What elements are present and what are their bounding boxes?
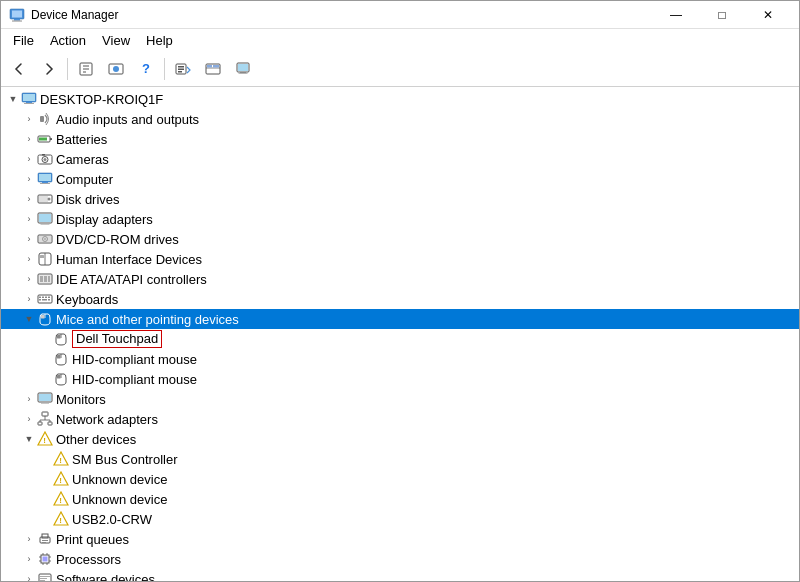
svg-text:!: !: [43, 436, 46, 445]
other-label: Other devices: [56, 432, 136, 447]
tree-item-usb2[interactable]: › ! USB2.0-CRW: [1, 509, 799, 529]
keyboards-label: Keyboards: [56, 292, 118, 307]
tree-item-display[interactable]: › Display adapters: [1, 209, 799, 229]
cameras-label: Cameras: [56, 152, 109, 167]
tree-item-processors[interactable]: › Processors: [1, 549, 799, 569]
svg-rect-23: [23, 94, 35, 101]
hid-mouse2-label: HID-compliant mouse: [72, 372, 197, 387]
title-bar-controls: — □ ✕: [653, 1, 791, 29]
monitors-icon: [37, 391, 53, 407]
svg-rect-64: [48, 299, 50, 301]
processors-label: Processors: [56, 552, 121, 567]
svg-rect-108: [39, 574, 51, 581]
tree-item-software[interactable]: › Software devices: [1, 569, 799, 581]
toolbar-scan[interactable]: [169, 55, 197, 83]
batteries-label: Batteries: [56, 132, 107, 147]
tree-item-keyboards[interactable]: › Keyboards: [1, 289, 799, 309]
tree-item-smbus[interactable]: › ! SM Bus Controller: [1, 449, 799, 469]
tree-item-diskdrives[interactable]: › Disk drives: [1, 189, 799, 209]
svg-rect-1: [12, 10, 22, 17]
tree-item-monitors[interactable]: › Monitors: [1, 389, 799, 409]
expand-icon-ide[interactable]: ›: [21, 271, 37, 287]
toolbar-help[interactable]: ?: [132, 55, 160, 83]
menu-file[interactable]: File: [5, 31, 42, 50]
toolbar-forward[interactable]: [35, 55, 63, 83]
expand-icon-batteries[interactable]: ›: [21, 131, 37, 147]
menu-action[interactable]: Action: [42, 31, 94, 50]
menu-help[interactable]: Help: [138, 31, 181, 50]
batteries-icon: [37, 131, 53, 147]
expand-icon-print[interactable]: ›: [21, 531, 37, 547]
svg-rect-59: [42, 297, 44, 299]
svg-rect-19: [238, 64, 248, 71]
toolbar-update[interactable]: [102, 55, 130, 83]
maximize-button[interactable]: □: [699, 1, 745, 29]
svg-rect-28: [39, 138, 47, 141]
tree-item-root[interactable]: ▼ DESKTOP-KROIQ1F: [1, 89, 799, 109]
tree-item-unknown2[interactable]: › ! Unknown device: [1, 489, 799, 509]
expand-icon-keyboards[interactable]: ›: [21, 291, 37, 307]
toolbar-monitor[interactable]: [229, 55, 257, 83]
minimize-button[interactable]: —: [653, 1, 699, 29]
hid-mouse1-label: HID-compliant mouse: [72, 352, 197, 367]
toolbar-back[interactable]: [5, 55, 33, 83]
expand-icon-software[interactable]: ›: [21, 571, 37, 581]
menu-view[interactable]: View: [94, 31, 138, 50]
svg-rect-26: [40, 116, 44, 122]
tree-item-dvd[interactable]: › DVD/CD-ROM drives: [1, 229, 799, 249]
processors-icon: [37, 551, 53, 567]
tree-item-hid-mouse1[interactable]: › HID-compliant mouse: [1, 349, 799, 369]
svg-text:!: !: [59, 476, 62, 485]
tree-item-unknown1[interactable]: › ! Unknown device: [1, 469, 799, 489]
expand-icon-processors[interactable]: ›: [21, 551, 37, 567]
expand-icon-network[interactable]: ›: [21, 411, 37, 427]
svg-rect-51: [40, 255, 44, 258]
svg-rect-44: [41, 224, 50, 225]
expand-icon-audio[interactable]: ›: [21, 111, 37, 127]
expand-icon-diskdrives[interactable]: ›: [21, 191, 37, 207]
expand-icon-hid[interactable]: ›: [21, 251, 37, 267]
expand-icon-mice[interactable]: ▼: [21, 311, 37, 327]
dell-touchpad-label: Dell Touchpad: [72, 330, 162, 348]
tree-item-print[interactable]: › Print queues: [1, 529, 799, 549]
svg-rect-55: [44, 276, 47, 282]
expand-icon-other[interactable]: ▼: [21, 431, 37, 447]
diskdrives-icon: [37, 191, 53, 207]
toolbar-view-props[interactable]: [199, 55, 227, 83]
expand-icon-cameras[interactable]: ›: [21, 151, 37, 167]
expand-icon-display[interactable]: ›: [21, 211, 37, 227]
expand-icon-root[interactable]: ▼: [5, 91, 21, 107]
network-label: Network adapters: [56, 412, 158, 427]
mice-label: Mice and other pointing devices: [56, 312, 239, 327]
expand-icon-computer[interactable]: ›: [21, 171, 37, 187]
software-icon: [37, 571, 53, 581]
svg-rect-35: [39, 174, 51, 181]
svg-rect-56: [48, 276, 50, 282]
tree-item-dell-touchpad[interactable]: › Dell Touchpad: [1, 329, 799, 349]
tree-item-cameras[interactable]: › Cameras: [1, 149, 799, 169]
expand-icon-monitors[interactable]: ›: [21, 391, 37, 407]
svg-rect-78: [38, 422, 42, 425]
tree-item-ide[interactable]: › IDE ATA/ATAPI controllers: [1, 269, 799, 289]
tree-item-computer[interactable]: › Computer: [1, 169, 799, 189]
svg-rect-76: [41, 403, 49, 404]
hid-mouse2-icon: [53, 371, 69, 387]
tree-item-other[interactable]: ▼ ! Other devices: [1, 429, 799, 449]
tree-item-hid[interactable]: › Human Interface Devices: [1, 249, 799, 269]
device-tree[interactable]: ▼ DESKTOP-KROIQ1F › Audio: [1, 87, 799, 581]
tree-item-hid-mouse2[interactable]: › HID-compliant mouse: [1, 369, 799, 389]
svg-rect-58: [39, 297, 41, 299]
svg-rect-79: [48, 422, 52, 425]
tree-item-batteries[interactable]: › Batteries: [1, 129, 799, 149]
tree-item-audio[interactable]: › Audio inputs and outputs: [1, 109, 799, 129]
toolbar-properties[interactable]: [72, 55, 100, 83]
close-button[interactable]: ✕: [745, 1, 791, 29]
svg-rect-12: [178, 68, 184, 70]
expand-icon-dvd[interactable]: ›: [21, 231, 37, 247]
svg-rect-24: [26, 102, 32, 103]
svg-rect-74: [39, 394, 51, 401]
print-icon: [37, 531, 53, 547]
usb2-label: USB2.0-CRW: [72, 512, 152, 527]
tree-item-network[interactable]: › Network adapters: [1, 409, 799, 429]
tree-item-mice[interactable]: ▼ Mice and other pointing devices: [1, 309, 799, 329]
